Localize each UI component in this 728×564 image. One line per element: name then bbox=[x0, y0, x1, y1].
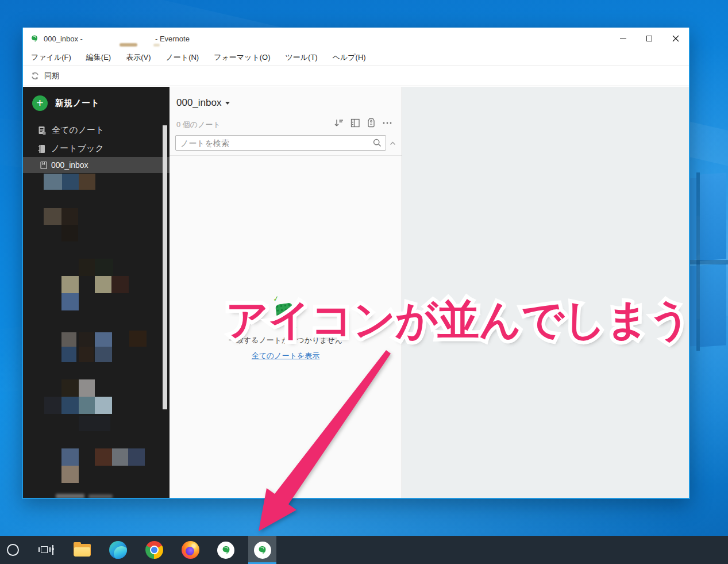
censored-block bbox=[61, 276, 79, 293]
maximize-button[interactable] bbox=[636, 28, 662, 49]
censored-block bbox=[95, 276, 111, 293]
censored-block bbox=[79, 332, 94, 347]
windows-logo-wallpaper bbox=[690, 172, 728, 356]
censored-block bbox=[95, 332, 112, 347]
tag-filter-button[interactable] bbox=[367, 118, 376, 128]
search-box bbox=[175, 135, 386, 151]
menu-tools[interactable]: ツール(T) bbox=[285, 52, 317, 63]
close-button[interactable] bbox=[662, 28, 689, 49]
censored-block bbox=[61, 225, 78, 241]
sidebar-item-notebooks[interactable]: ノートブック bbox=[23, 141, 170, 156]
censored-block bbox=[95, 448, 112, 466]
censored-block bbox=[95, 259, 113, 276]
view-options-button[interactable] bbox=[350, 118, 360, 128]
task-view-icon bbox=[38, 544, 53, 556]
taskbar-edge-button[interactable] bbox=[104, 536, 132, 564]
note-view-panel bbox=[402, 87, 689, 498]
collapse-search-button[interactable] bbox=[390, 139, 396, 147]
taskbar-evernote-active-button[interactable] bbox=[248, 536, 276, 564]
view-layout-icon bbox=[350, 118, 360, 128]
edge-icon bbox=[109, 541, 127, 559]
close-icon bbox=[672, 35, 679, 42]
notes-icon bbox=[38, 126, 47, 135]
taskbar bbox=[0, 536, 728, 564]
search-input[interactable] bbox=[176, 139, 373, 148]
censored-block bbox=[61, 397, 79, 414]
firefox-icon bbox=[182, 541, 199, 559]
chevron-down-icon bbox=[225, 102, 230, 107]
censored-block bbox=[79, 174, 95, 190]
menu-note[interactable]: ノート(N) bbox=[166, 52, 199, 63]
censored-block bbox=[61, 448, 79, 466]
censored-text bbox=[56, 494, 84, 498]
menu-format[interactable]: フォーマット(O) bbox=[214, 52, 270, 63]
window-title-right: - Evernote bbox=[155, 34, 190, 43]
sidebar-item-all-notes[interactable]: 全てのノート bbox=[23, 122, 170, 138]
censored-block bbox=[79, 379, 95, 397]
taskbar-firefox-button[interactable] bbox=[176, 536, 204, 564]
notebook-icon bbox=[38, 144, 46, 154]
notebook-small-icon bbox=[40, 162, 47, 169]
window-controls bbox=[610, 28, 689, 49]
censored-block bbox=[61, 466, 79, 483]
censored-block bbox=[128, 448, 145, 466]
chrome-icon bbox=[145, 541, 163, 559]
censored-block bbox=[61, 208, 78, 225]
toolbar: 同期 bbox=[23, 66, 689, 86]
taskbar-chrome-button[interactable] bbox=[140, 536, 168, 564]
maximize-icon bbox=[646, 36, 652, 41]
search-circle-icon bbox=[7, 544, 19, 556]
censored-block bbox=[79, 416, 110, 431]
menu-help[interactable]: ヘルプ(H) bbox=[333, 52, 366, 63]
taskbar-search-button[interactable] bbox=[0, 536, 25, 564]
sidebar-notebook-000-inbox[interactable]: 000_inbox bbox=[23, 157, 170, 173]
divider bbox=[170, 155, 402, 156]
show-all-notes-link[interactable]: 全てのノートを表示 bbox=[252, 351, 320, 361]
censored-block bbox=[129, 331, 147, 347]
minimize-icon bbox=[620, 39, 626, 39]
ellipsis-icon bbox=[382, 121, 392, 125]
menu-edit[interactable]: 編集(E) bbox=[86, 52, 111, 63]
sync-button[interactable]: 同期 bbox=[44, 71, 59, 81]
censored-text bbox=[88, 494, 113, 498]
menu-file[interactable]: ファイル(F) bbox=[31, 52, 71, 63]
notebook-title-dropdown[interactable]: 000_inbox bbox=[176, 97, 230, 109]
censored-block bbox=[44, 208, 61, 225]
evernote-logo-icon bbox=[30, 34, 39, 43]
menu-view[interactable]: 表示(V) bbox=[126, 52, 151, 63]
censored-block bbox=[79, 397, 95, 414]
taskbar-task-view-button[interactable] bbox=[32, 536, 60, 564]
minimize-button[interactable] bbox=[610, 28, 636, 49]
censored-block bbox=[44, 174, 62, 190]
sync-icon[interactable] bbox=[30, 71, 40, 80]
annotation-text: アイコンが並んでしまう bbox=[226, 293, 691, 346]
menu-bar: ファイル(F) 編集(E) 表示(V) ノート(N) フォーマット(O) ツール… bbox=[23, 49, 689, 66]
sort-button[interactable] bbox=[334, 118, 344, 128]
chevron-up-icon bbox=[390, 141, 396, 145]
censored-title-smudge bbox=[153, 44, 160, 47]
taskbar-file-explorer-button[interactable] bbox=[68, 536, 96, 564]
window-content: + 新規ノート 全てのノート bbox=[23, 87, 689, 498]
censored-block bbox=[44, 397, 61, 414]
window-title-left: 000_inbox - bbox=[44, 34, 83, 43]
sort-icon bbox=[334, 118, 344, 128]
more-options-button[interactable] bbox=[382, 121, 392, 125]
note-count: 0 個のノート bbox=[176, 120, 221, 130]
evernote-window: 000_inbox - - Evernote ファイル(F) 編集(E) 表示(… bbox=[22, 28, 690, 499]
censored-block bbox=[61, 293, 79, 310]
censored-block bbox=[79, 347, 94, 362]
censored-block bbox=[111, 276, 129, 293]
note-list-panel: 000_inbox 0 個のノート bbox=[170, 87, 402, 498]
censored-block bbox=[61, 347, 76, 362]
new-note-button[interactable]: + 新規ノート bbox=[32, 95, 99, 111]
plus-icon: + bbox=[32, 95, 48, 111]
sidebar-scrollbar[interactable] bbox=[163, 125, 167, 409]
note-list-toolbar bbox=[334, 118, 392, 128]
evernote-icon bbox=[217, 542, 234, 559]
title-bar[interactable]: 000_inbox - - Evernote bbox=[23, 28, 689, 49]
censored-block bbox=[61, 332, 76, 347]
file-explorer-icon bbox=[74, 543, 91, 557]
censored-title-smudge bbox=[120, 43, 137, 47]
taskbar-evernote-pinned-button[interactable] bbox=[212, 536, 240, 564]
censored-block bbox=[95, 397, 112, 414]
